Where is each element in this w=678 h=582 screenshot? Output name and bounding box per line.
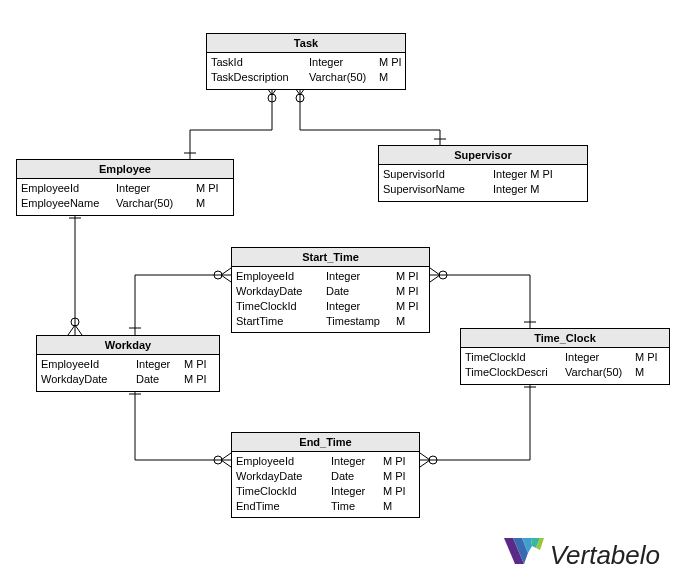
entity-title: Employee — [17, 160, 233, 179]
entity-time-clock: Time_Clock TimeClockIdIntegerM PI TimeCl… — [460, 328, 670, 385]
entity-start-time: Start_Time EmployeeIdIntegerM PI Workday… — [231, 247, 430, 333]
svg-point-7 — [214, 271, 222, 279]
entity-title: End_Time — [232, 433, 419, 452]
entity-title: Time_Clock — [461, 329, 669, 348]
svg-point-12 — [429, 456, 437, 464]
vertabelo-logo-text: Vertabelo — [550, 540, 660, 571]
entity-body: SupervisorIdInteger M PI SupervisorNameI… — [379, 165, 587, 201]
entity-body: EmployeeIdIntegerM PI WorkdayDateDateM P… — [232, 452, 419, 517]
entity-body: EmployeeIdIntegerM PI EmployeeNameVarcha… — [17, 179, 233, 215]
svg-point-9 — [214, 456, 222, 464]
svg-point-2 — [296, 94, 304, 102]
entity-title: Workday — [37, 336, 219, 355]
entity-body: TaskIdIntegerM PI TaskDescriptionVarchar… — [207, 53, 405, 89]
svg-point-0 — [268, 94, 276, 102]
entity-title: Start_Time — [232, 248, 429, 267]
entity-task: Task TaskIdIntegerM PI TaskDescriptionVa… — [206, 33, 406, 90]
svg-point-5 — [71, 318, 79, 326]
entity-title: Supervisor — [379, 146, 587, 165]
vertabelo-logo: Vertabelo — [504, 538, 660, 572]
entity-body: TimeClockIdIntegerM PI TimeClockDescriVa… — [461, 348, 669, 384]
entity-body: EmployeeIdIntegerM PI WorkdayDateDateM P… — [232, 267, 429, 332]
entity-employee: Employee EmployeeIdIntegerM PI EmployeeN… — [16, 159, 234, 216]
entity-end-time: End_Time EmployeeIdIntegerM PI WorkdayDa… — [231, 432, 420, 518]
vertabelo-logo-icon — [504, 538, 544, 572]
entity-body: EmployeeIdIntegerM PI WorkdayDateDateM P… — [37, 355, 219, 391]
svg-point-10 — [439, 271, 447, 279]
entity-workday: Workday EmployeeIdIntegerM PI WorkdayDat… — [36, 335, 220, 392]
entity-supervisor: Supervisor SupervisorIdInteger M PI Supe… — [378, 145, 588, 202]
entity-title: Task — [207, 34, 405, 53]
